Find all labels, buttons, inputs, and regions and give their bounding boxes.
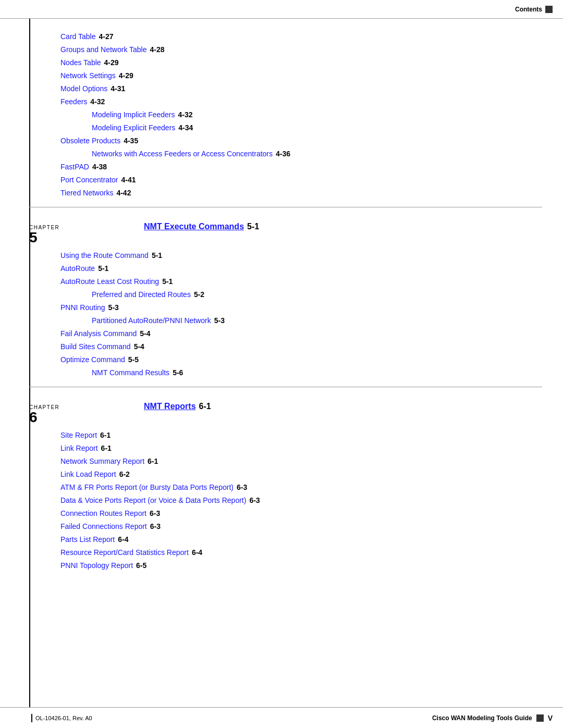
toc-entry: Modeling Explicit Feeders4-34 bbox=[92, 122, 542, 133]
toc-link[interactable]: Network Summary Report bbox=[60, 456, 144, 467]
toc-entry: Optimize Command5-5 bbox=[60, 354, 542, 365]
toc-entry: Obsolete Products4-35 bbox=[60, 135, 542, 146]
toc-link[interactable]: Link Load Report bbox=[60, 469, 116, 480]
toc-entry: Networks with Access Feeders or Access C… bbox=[92, 149, 542, 159]
toc-page: 6-3 bbox=[150, 508, 160, 519]
footer: OL-10426-01, Rev. A0 Cisco WAN Modeling … bbox=[0, 707, 563, 728]
toc-page: 6-2 bbox=[119, 469, 130, 480]
toc-page: 4-32 bbox=[178, 109, 193, 120]
chapter-number-5: 5 bbox=[29, 230, 144, 245]
toc-link[interactable]: Resource Report/Card Statistics Report bbox=[60, 547, 189, 558]
toc-link[interactable]: Card Table bbox=[60, 31, 95, 42]
toc-entry: Nodes Table4-29 bbox=[60, 57, 542, 68]
toc-page: 4-42 bbox=[116, 188, 131, 199]
toc-page: 6-4 bbox=[192, 547, 202, 558]
toc-page: 4-28 bbox=[150, 44, 165, 55]
header-square bbox=[545, 6, 553, 13]
toc-link[interactable]: Connection Routes Report bbox=[60, 508, 146, 519]
toc-page: 4-41 bbox=[121, 175, 136, 186]
chapter-6-heading: CHAPTER 6NMT Reports6-1 bbox=[29, 402, 542, 425]
toc-link[interactable]: Tiered Networks bbox=[60, 188, 113, 199]
toc-link[interactable]: Using the Route Command bbox=[60, 250, 149, 261]
chapter-5-label: CHAPTER 5 bbox=[29, 225, 144, 245]
toc-link[interactable]: NMT Command Results bbox=[92, 367, 169, 378]
toc-link[interactable]: Port Concentrator bbox=[60, 175, 118, 186]
toc-link[interactable]: Network Settings bbox=[60, 70, 116, 81]
toc-page: 5-4 bbox=[134, 341, 144, 352]
toc-page: 5-4 bbox=[140, 328, 150, 339]
toc-entry: PNNI Topology Report6-5 bbox=[60, 560, 542, 571]
toc-page: 4-35 bbox=[124, 135, 138, 146]
toc-link[interactable]: Build Sites Command bbox=[60, 341, 131, 352]
toc-page: 6-3 bbox=[249, 495, 260, 506]
toc-page: 6-1 bbox=[148, 456, 158, 467]
toc-link[interactable]: AutoRoute bbox=[60, 263, 95, 274]
toc-entry: Feeders4-32 bbox=[60, 96, 542, 107]
toc-link[interactable]: ATM & FR Ports Report (or Bursty Data Po… bbox=[60, 482, 234, 493]
toc-page: 5-1 bbox=[152, 250, 162, 261]
toc-entry: Fail Analysis Command5-4 bbox=[60, 328, 542, 339]
toc-link[interactable]: Fail Analysis Command bbox=[60, 328, 137, 339]
toc-page: 6-3 bbox=[150, 521, 161, 532]
footer-right-square bbox=[536, 714, 544, 722]
toc-page: 4-29 bbox=[119, 70, 133, 81]
toc-link[interactable]: Model Options bbox=[60, 83, 107, 94]
toc-entry: Modeling Implicit Feeders4-32 bbox=[92, 109, 542, 120]
toc-entry: Model Options4-31 bbox=[60, 83, 542, 94]
toc-page: 6-1 bbox=[100, 430, 111, 441]
chapter-5-heading: CHAPTER 5NMT Execute Commands5-1 bbox=[29, 222, 542, 245]
toc-link[interactable]: Data & Voice Ports Report (or Voice & Da… bbox=[60, 495, 246, 506]
toc-link[interactable]: Site Report bbox=[60, 430, 97, 441]
toc-link[interactable]: AutoRoute Least Cost Routing bbox=[60, 276, 159, 287]
toc-page: 4-36 bbox=[276, 149, 290, 159]
toc-entry: Link Load Report6-2 bbox=[60, 469, 542, 480]
toc-entry: Parts List Report6-4 bbox=[60, 534, 542, 545]
footer-left: OL-10426-01, Rev. A0 bbox=[31, 714, 92, 722]
toc-entry: Network Settings4-29 bbox=[60, 70, 542, 81]
toc-entry: ATM & FR Ports Report (or Bursty Data Po… bbox=[60, 482, 542, 493]
toc-link[interactable]: FastPAD bbox=[60, 162, 89, 172]
toc-link[interactable]: Modeling Explicit Feeders bbox=[92, 122, 175, 133]
footer-page-number: V bbox=[548, 714, 553, 722]
toc-entry: FastPAD4-38 bbox=[60, 162, 542, 172]
chapter-6-title[interactable]: NMT Reports bbox=[144, 402, 196, 411]
toc-entry: Card Table4-27 bbox=[60, 31, 542, 42]
toc-page: 4-34 bbox=[178, 122, 193, 133]
toc-link[interactable]: Networks with Access Feeders or Access C… bbox=[92, 149, 273, 159]
toc-link[interactable]: Link Report bbox=[60, 443, 98, 454]
toc-link[interactable]: Failed Connections Report bbox=[60, 521, 147, 532]
toc-page: 4-27 bbox=[99, 31, 113, 42]
toc-entry: Tiered Networks4-42 bbox=[60, 188, 542, 199]
toc-entry: Connection Routes Report6-3 bbox=[60, 508, 542, 519]
chapter-6-title-row: NMT Reports6-1 bbox=[144, 402, 211, 411]
toc-page: 6-3 bbox=[237, 482, 247, 493]
toc-entry: Failed Connections Report6-3 bbox=[60, 521, 542, 532]
toc-link[interactable]: Nodes Table bbox=[60, 57, 101, 68]
toc-link[interactable]: Feeders bbox=[60, 96, 87, 107]
toc-link[interactable]: PNNI Topology Report bbox=[60, 560, 133, 571]
toc-link[interactable]: Modeling Implicit Feeders bbox=[92, 109, 175, 120]
toc-link[interactable]: Obsolete Products bbox=[60, 135, 120, 146]
toc-entry: Resource Report/Card Statistics Report6-… bbox=[60, 547, 542, 558]
toc-link[interactable]: Preferred and Directed Routes bbox=[92, 289, 191, 300]
chapter-6-page: 6-1 bbox=[199, 402, 211, 411]
toc-link[interactable]: PNNI Routing bbox=[60, 302, 105, 313]
footer-doc-id: OL-10426-01, Rev. A0 bbox=[35, 715, 92, 721]
toc-link[interactable]: Optimize Command bbox=[60, 354, 125, 365]
toc-entry: Using the Route Command5-1 bbox=[60, 250, 542, 261]
toc-entry: Build Sites Command5-4 bbox=[60, 341, 542, 352]
toc-content: Card Table4-27Groups and Network Table4-… bbox=[29, 31, 542, 573]
chapter-5-title[interactable]: NMT Execute Commands bbox=[144, 222, 244, 231]
toc-page: 5-3 bbox=[108, 302, 119, 313]
toc-link[interactable]: Parts List Report bbox=[60, 534, 115, 545]
toc-link[interactable]: Groups and Network Table bbox=[60, 44, 147, 55]
toc-page: 5-3 bbox=[214, 315, 225, 326]
chapter-5-title-row: NMT Execute Commands5-1 bbox=[144, 222, 259, 231]
toc-entry: Network Summary Report6-1 bbox=[60, 456, 542, 467]
toc-page: 6-5 bbox=[136, 560, 146, 571]
toc-link[interactable]: Partitioned AutoRoute/PNNI Network bbox=[92, 315, 211, 326]
toc-entry: Link Report6-1 bbox=[60, 443, 542, 454]
chapter5-section: CHAPTER 5NMT Execute Commands5-1Using th… bbox=[29, 207, 542, 378]
footer-right: Cisco WAN Modeling Tools Guide V bbox=[432, 714, 553, 722]
toc-page: 5-2 bbox=[194, 289, 204, 300]
